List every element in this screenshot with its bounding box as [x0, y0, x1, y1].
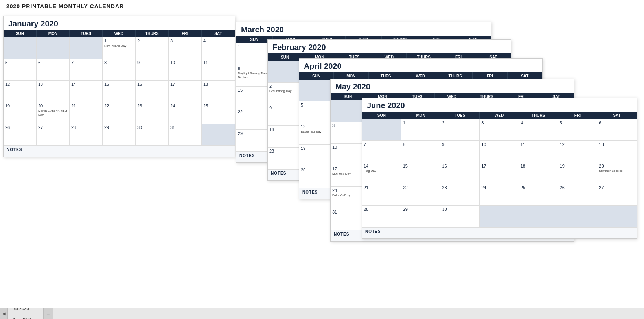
tab-bar: ◀ Jan 2020Feb 2020Mar 2020Apr 2020May 20… [0, 308, 644, 319]
cal-cell [4, 37, 37, 59]
cal-cell: 24Father's Day [331, 187, 365, 208]
cal-cell: 20Martin Luther King Jr Day [37, 102, 70, 124]
cal-cell: 14Flag Day [362, 162, 401, 184]
cal-cell: 23 [268, 148, 302, 169]
cal-cell: 16 [136, 81, 169, 102]
page-title: 2020 PRINTABLE MONTHLY CALENDAR [0, 0, 644, 10]
calendar-june: June 2020 SUN MON TUES WED THURS FRI SAT… [362, 98, 637, 239]
may-title: May 2020 [331, 79, 574, 93]
jan-hdr-thu: THURS [136, 30, 169, 37]
february-title: February 2020 [268, 40, 511, 53]
cal-cell: 8 [401, 141, 441, 162]
cal-cell [558, 206, 598, 227]
cal-cell: 19 [4, 102, 37, 124]
cal-cell: 4 [202, 37, 235, 59]
cal-cell: 22 [103, 102, 136, 124]
cal-cell: 23 [440, 184, 480, 206]
cal-cell [362, 119, 401, 141]
cal-cell: 10 [331, 144, 365, 165]
cal-cell: 12 [4, 81, 37, 102]
jan-hdr-fri: FRI [169, 30, 202, 37]
cal-cell: 2 [136, 37, 169, 59]
cal-cell: 26 [299, 166, 334, 188]
cal-cell: 26 [4, 124, 37, 146]
tab-item[interactable]: Jul 2020 [8, 308, 43, 314]
jan-hdr-tue: TUES [70, 30, 103, 37]
cal-cell: 10 [480, 141, 519, 162]
cal-cell: 12Easter Sunday [299, 123, 334, 145]
cal-cell: 1New Year's Day [103, 37, 136, 59]
cal-cell: 24 [480, 184, 519, 206]
cal-cell: 11 [519, 141, 558, 162]
cal-cell: 27 [37, 124, 70, 146]
cal-cell: 31 [331, 208, 365, 230]
cal-cell: 14 [70, 81, 103, 102]
cal-cell: 28 [70, 124, 103, 146]
cal-cell [299, 80, 334, 101]
main-container: 2020 PRINTABLE MONTHLY CALENDAR January … [0, 0, 644, 319]
cal-cell: 31 [169, 124, 202, 146]
june-header: SUN MON TUES WED THURS FRI SAT [362, 112, 637, 119]
january-body: 1New Year's Day2345678910111213141516171… [4, 37, 235, 146]
june-body: 1234567891011121314Flag Day151617181920S… [362, 119, 637, 227]
calendar-january: January 2020 SUN MON TUES WED THURS FRI … [3, 16, 235, 157]
cal-cell: 18 [519, 162, 558, 184]
cal-cell [331, 100, 365, 122]
june-notes: NOTES [362, 227, 637, 238]
cal-cell: 30 [440, 206, 480, 227]
cal-cell: 5 [558, 119, 598, 141]
cal-cell: 19 [558, 162, 598, 184]
cal-cell [597, 206, 637, 227]
tab-container: Jan 2020Feb 2020Mar 2020Apr 2020May 2020… [8, 308, 43, 319]
january-header: SUN MON TUES WED THURS FRI SAT [4, 30, 235, 37]
cal-cell: 13 [597, 141, 637, 162]
cal-cell: 9 [136, 59, 169, 81]
cal-cell: 7 [70, 59, 103, 81]
cal-cell: 13 [37, 81, 70, 102]
tab-item[interactable]: Aug 2020 [8, 314, 43, 319]
cal-cell: 8 [103, 59, 136, 81]
cal-cell: 19 [299, 145, 334, 166]
cal-cell: 17 [480, 162, 519, 184]
cal-cell [202, 124, 235, 146]
jan-hdr-sat: SAT [202, 30, 235, 37]
cal-cell [480, 206, 519, 227]
april-title: April 2020 [299, 59, 542, 72]
tab-prev-button[interactable]: ◀ [0, 308, 8, 319]
tab-add-button[interactable]: + [43, 308, 53, 319]
cal-cell: 4 [519, 119, 558, 141]
cal-cell: 5 [4, 59, 37, 81]
cal-cell: 6 [37, 59, 70, 81]
cal-cell: 24 [169, 102, 202, 124]
jan-hdr-wed: WED [103, 30, 136, 37]
cal-cell: 6 [597, 119, 637, 141]
cal-cell: 21 [362, 184, 401, 206]
cal-cell: 22 [401, 184, 441, 206]
cal-cell: 7 [362, 141, 401, 162]
cal-cell: 17Mother's Day [331, 165, 365, 187]
cal-cell: 2 [440, 119, 480, 141]
cal-cell: 23 [136, 102, 169, 124]
march-title: March 2020 [236, 22, 491, 36]
cal-cell [268, 61, 302, 83]
cal-cell: 17 [169, 81, 202, 102]
cal-cell: 1 [401, 119, 441, 141]
january-title: January 2020 [4, 16, 235, 30]
cal-cell: 3 [169, 37, 202, 59]
june-title: June 2020 [362, 98, 637, 112]
cal-cell: 16 [440, 162, 480, 184]
cal-cell: 9 [440, 141, 480, 162]
cal-cell: 9 [268, 104, 302, 126]
cal-cell: 18 [202, 81, 235, 102]
cal-cell: 29 [401, 206, 441, 227]
cal-cell: 15 [103, 81, 136, 102]
january-notes: NOTES [4, 146, 235, 157]
cal-cell: 27 [597, 184, 637, 206]
cal-cell: 2Groundhog Day [268, 83, 302, 104]
cal-cell: 25 [519, 184, 558, 206]
cal-cell: 25 [202, 102, 235, 124]
cal-cell: 3 [331, 122, 365, 144]
cal-cell [519, 206, 558, 227]
cal-cell [70, 37, 103, 59]
cal-cell: 10 [169, 59, 202, 81]
